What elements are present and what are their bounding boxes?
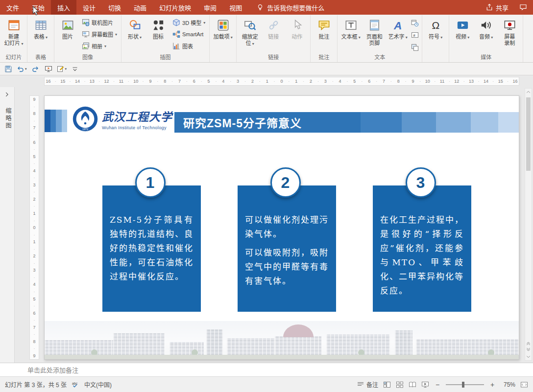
notes-pane[interactable]: 单击此处添加备注 [0,363,533,376]
audio-button[interactable]: 音频 ▾ [474,16,498,52]
video-icon [457,19,469,31]
add-ins-button[interactable]: 加载项 ▾ [211,16,235,52]
customize-qat-button[interactable] [69,64,81,74]
quick-access-toolbar: ▾▾ [0,63,533,75]
spellcheck-icon[interactable]: abc [72,381,79,389]
shapes-button[interactable]: 形状 ▾ [123,16,146,52]
comment-icon [318,19,330,31]
share-button[interactable]: 共享 [481,0,513,15]
scrollbar-thumb[interactable] [526,97,531,171]
notes-toggle-label: 备注 [366,380,378,389]
screenshot-icon [82,30,90,38]
table-label: 表格 ▾ [34,34,48,41]
number-circle-3[interactable]: 3 [406,167,436,198]
scroll-down-button[interactable] [525,353,532,360]
draw-icon [57,65,65,73]
chart-label: 图表 [182,42,193,50]
language-indicator[interactable]: 中文(中国) [84,380,112,389]
screenshot-button[interactable]: 屏幕截图 ▾ [79,28,120,40]
previous-slide-button[interactable] [525,340,532,346]
start-slideshow-button[interactable] [43,64,54,74]
screenshot-label: 屏幕截图 [92,30,113,38]
normal-view-button[interactable] [383,381,391,389]
content-box-1[interactable]: ZSM-5分子筛具有独特的孔道结构、良好的热稳定性和催化性能，可在石油炼化过程中… [102,185,201,312]
tab-file[interactable]: 文件 [0,0,25,15]
ribbon-group-tables: 表格 ▾表格 [27,15,54,62]
fit-to-window-button[interactable] [520,381,528,389]
photo-album-button[interactable]: 相册 ▾ [79,40,120,52]
zoom-out-button[interactable]: − [434,381,441,389]
tab-transitions[interactable]: 切换 [102,0,127,15]
tab-animations[interactable]: 动画 [127,0,153,15]
comment-button[interactable]: 批注 [312,16,336,52]
next-slide-button[interactable] [525,346,532,353]
table-button[interactable]: 表格 ▾ [29,16,52,52]
ribbon-group-illustrations: 形状 ▾图标3D 模型 ▾SmartArt图表插图 [121,15,210,62]
expand-thumbnails-icon[interactable] [3,91,10,98]
header-footer-button[interactable]: 页眉和 页脚 [363,16,386,52]
3d-model-button[interactable]: 3D 模型 ▾ [170,17,208,28]
tab-insert[interactable]: 插入 [51,0,76,15]
reading-view-button[interactable] [409,381,416,389]
horizontal-ruler[interactable]: 16·15·14·13·12·11·10·9·8·7·6·5·4·3·2·1·0… [44,77,519,86]
object-button[interactable] [410,42,420,53]
undo-button[interactable]: ▾ [16,64,28,74]
zoom-slider[interactable] [446,384,484,385]
mouse-cursor [32,6,40,17]
zoom-slider-thumb[interactable] [462,382,464,388]
zoom-link-button[interactable]: 缩放定 位 ▾ [238,16,262,52]
zoom-in-button[interactable]: + [489,381,496,389]
text-box-button[interactable]: 文本框 ▾ [339,16,363,52]
number-circle-2[interactable]: 2 [270,167,301,198]
slide-number-button[interactable]: # [410,30,420,41]
svg-text:abc: abc [72,382,78,385]
photo-album-label: 相册 [92,42,102,50]
content-box-text: 在化工生产过程中，是很好的“择形反应”催化剂，还能参与MTO、甲苯歧化、二甲苯异… [373,185,471,298]
new-slide-icon [8,19,20,31]
smartart-button[interactable]: SmartArt [170,28,208,40]
scroll-up-button[interactable] [525,89,532,95]
share-label: 共享 [496,3,509,12]
slide-sorter-view-button[interactable] [396,381,404,389]
number-circle-1[interactable]: 1 [135,167,166,198]
draw-button[interactable]: ▾ [56,64,68,74]
ribbon-group-label: 链接 [238,53,309,62]
ribbon-group-label [424,53,447,62]
content-box-3[interactable]: 在化工生产过程中，是很好的“择形反应”催化剂，还能参与MTO、甲苯歧化、二甲苯异… [373,185,471,312]
wordart-button[interactable]: A艺术字 ▾ [386,16,410,52]
video-button[interactable]: 视频 ▾ [451,16,474,52]
new-slide-button[interactable]: 新建 幻灯片 ▾ [2,16,25,52]
vertical-scrollbar[interactable] [525,88,532,361]
tell-me-box[interactable]: 告诉我你想要做什么 [248,0,332,15]
action-button[interactable]: 动作 [285,16,309,52]
action-icon [291,19,303,31]
slide-number-icon: # [411,31,419,39]
zoom-percentage[interactable]: 75% [501,381,515,388]
thumbnail-pane-collapsed[interactable]: 缩略图 [0,87,15,363]
tab-view[interactable]: 视图 [223,0,248,15]
3d-model-label: 3D 模型 [182,19,201,26]
wordart-icon: A [392,19,404,31]
slide-canvas[interactable]: 1972 武汉工程大学 Wuhan Institute of Technolog… [44,95,519,360]
vertical-ruler[interactable]: 9·8·7·6·5·4·3·2·1·0·1·2·3·4·5·6·7·8·9 [29,95,39,360]
picture-button[interactable]: 图片 [56,16,79,52]
symbol-omega-button[interactable]: Ω符号 ▾ [424,16,447,52]
slideshow-view-button[interactable] [421,381,429,389]
online-pictures-button[interactable]: 联机图片 [79,17,120,28]
save-button[interactable] [2,64,14,74]
notes-toggle-button[interactable]: 备注 [357,380,378,389]
screen-record-button[interactable]: 屏幕 录制 [498,16,521,52]
ribbon-groups: 新建 幻灯片 ▾幻灯片表格 ▾表格图片联机图片屏幕截图 ▾相册 ▾图像形状 ▾图… [0,15,533,62]
smartart-label: SmartArt [182,31,203,37]
comments-button[interactable] [513,0,533,15]
content-box-2[interactable]: 可以做催化剂处理污染气体。可以做吸附剂，吸附空气中的甲醛等有毒有害气体。 [238,185,336,312]
tab-slide-show[interactable]: 幻灯片放映 [153,0,197,15]
icons-button[interactable]: 图标 [146,16,170,52]
tab-review[interactable]: 审阅 [197,0,223,15]
date-time-button[interactable] [410,18,420,28]
new-slide-label: 新建 幻灯片 ▾ [4,34,23,47]
link-button[interactable]: 链接 [262,16,285,52]
tab-design[interactable]: 设计 [76,0,102,15]
chart-button[interactable]: 图表 [170,40,208,52]
redo-button[interactable] [29,64,41,74]
